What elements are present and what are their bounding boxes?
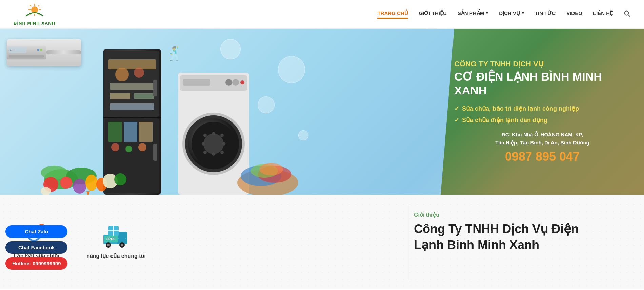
below-banner-section: Lắp Đặt sửa chữa: [0, 195, 644, 289]
header: BÌNH MINH XANH TRANG CHỦ GIỚI THIỆU SẢN …: [0, 0, 644, 29]
svg-point-17: [40, 49, 42, 51]
search-icon[interactable]: [624, 10, 630, 19]
banner-subtitle: CÔNG TY TNHH DỊCH VỤ: [454, 60, 630, 68]
svg-point-22: [134, 68, 144, 78]
intro-section: Giới thiệu Công Ty TNHH Dịch Vụ Điện Lạn…: [407, 205, 644, 279]
service-icon-gift-truck: FREE: [101, 218, 131, 249]
svg-point-90: [121, 244, 123, 246]
dancer-figure: 🕺: [166, 46, 183, 62]
svg-point-54: [220, 151, 224, 154]
svg-line-11: [628, 15, 630, 16]
ac-unit-image: 26°C: [7, 39, 81, 66]
svg-point-47: [203, 134, 207, 137]
service-item-delivery: FREE năng lực của chúng tôi: [86, 218, 146, 259]
svg-rect-13: [9, 55, 44, 58]
svg-rect-24: [110, 93, 130, 99]
svg-marker-67: [86, 191, 90, 195]
svg-line-6: [38, 5, 39, 6]
chat-facebook-button[interactable]: Chat Facebook: [5, 241, 67, 254]
svg-point-21: [115, 68, 129, 81]
svg-rect-23: [110, 83, 154, 90]
vegetables-image: [34, 139, 129, 195]
svg-point-33: [138, 143, 146, 151]
svg-rect-39: [183, 79, 210, 86]
banner-title: CƠ ĐIỆN LẠNH BÌNH MINH XANH: [454, 70, 630, 97]
svg-rect-26: [110, 103, 154, 110]
svg-point-60: [60, 177, 72, 189]
nav-dich-vu[interactable]: DỊCH VỤ: [499, 10, 524, 19]
logo-text: BÌNH MINH XANH: [14, 21, 55, 26]
svg-point-50: [202, 142, 205, 146]
banner-info-panel: CÔNG TY TNHH DỊCH VỤ CƠ ĐIỆN LẠNH BÌNH M…: [441, 29, 644, 195]
svg-point-88: [107, 244, 110, 246]
banner-appliances: 26°C 🕺: [0, 29, 441, 195]
chat-buttons-group: Chat Zalo Chat Facebook Hotline: 0999999…: [5, 225, 67, 270]
laundry-image: [234, 142, 302, 195]
svg-text:26°C: 26°C: [10, 49, 14, 51]
nav-gioi-thieu[interactable]: GIỚI THIỆU: [419, 10, 447, 19]
chat-hotline-button[interactable]: Hotline: 0999999999: [5, 257, 67, 270]
svg-rect-30: [139, 122, 153, 142]
banner: 26°C 🕺: [0, 29, 644, 195]
svg-line-5: [30, 5, 31, 6]
service-label-delivery: năng lực của chúng tôi: [86, 253, 146, 259]
nav-san-pham[interactable]: SẢN PHẨM: [458, 10, 488, 19]
svg-rect-34: [153, 80, 157, 96]
svg-point-62: [85, 175, 98, 191]
banner-feature-2: Sửa chữa điện lạnh dân dụng: [454, 116, 630, 124]
banner-feature-1: Sửa chữa, bảo trì điện lạnh công nghiệp: [454, 105, 630, 112]
svg-point-53: [212, 152, 215, 156]
svg-point-40: [225, 79, 232, 86]
svg-point-52: [203, 151, 207, 154]
chat-zalo-button[interactable]: Chat Zalo: [5, 225, 67, 238]
svg-point-41: [232, 79, 239, 86]
nav-tin-tuc[interactable]: TIN TỨC: [535, 10, 556, 19]
nav-lien-he[interactable]: LIÊN HỆ: [593, 10, 613, 19]
intro-label: Giới thiệu: [414, 211, 627, 218]
intro-title: Công Ty TNHH Dịch Vụ Điện Lạnh Binh Minh…: [414, 221, 627, 253]
svg-text:FREE: FREE: [106, 237, 116, 241]
banner-address: ĐC: Khu Nhà Ở HOÀNG NAM, KP, Tân Hiệp, T…: [454, 131, 630, 147]
svg-rect-25: [134, 93, 154, 99]
svg-point-61: [73, 179, 86, 194]
svg-rect-20: [108, 59, 156, 69]
svg-point-48: [212, 132, 215, 135]
svg-point-72: [259, 163, 283, 175]
svg-point-51: [222, 142, 225, 146]
svg-point-49: [220, 134, 224, 137]
svg-point-42: [240, 80, 244, 84]
svg-rect-35: [153, 144, 157, 161]
nav-video[interactable]: VIDEO: [566, 10, 582, 18]
svg-point-65: [114, 173, 126, 185]
logo-icon: [23, 3, 46, 20]
svg-point-46: [203, 134, 224, 154]
nav: TRANG CHỦ GIỚI THIỆU SẢN PHẨM DỊCH VỤ TI…: [377, 10, 630, 19]
svg-point-16: [37, 49, 39, 51]
banner-phone[interactable]: 0987 895 047: [454, 150, 630, 164]
logo[interactable]: BÌNH MINH XANH: [14, 3, 55, 26]
nav-trang-chu[interactable]: TRANG CHỦ: [377, 10, 408, 19]
